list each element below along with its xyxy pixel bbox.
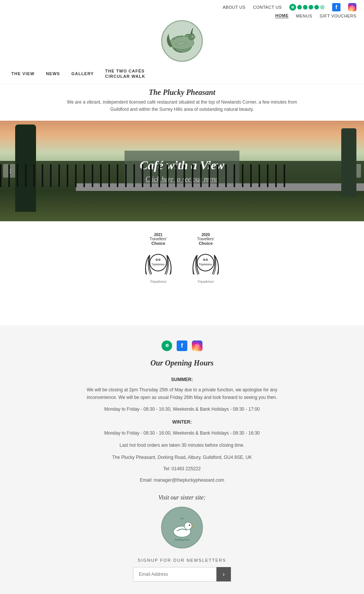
footer-facebook-link[interactable]: f — [177, 340, 187, 351]
svg-point-3 — [188, 34, 195, 40]
site-header: ABOUT US CONTACT US ✿ f ◎ HOME MENUS — [0, 0, 364, 84]
svg-point-12 — [197, 254, 214, 271]
nav-two-cafes[interactable]: THE TWO CAFÉS — [105, 68, 145, 74]
svg-text:✿✿: ✿✿ — [155, 258, 161, 262]
nav-the-view[interactable]: THE VIEW — [11, 71, 35, 76]
badge-2021-ta: Tripadvisor — [150, 280, 166, 284]
svg-point-18 — [189, 525, 190, 526]
badge-2021-emblem: ✿✿ TripAdvisor — [142, 247, 174, 280]
opening-hours-title: Our Opening Hours — [8, 359, 356, 367]
home-link[interactable]: HOME — [275, 13, 289, 18]
footer-instagram-link[interactable]: ◎ — [192, 340, 202, 351]
nav-news[interactable]: NEWS — [46, 71, 60, 76]
badge-2020-ta: Tripadvisor — [197, 280, 214, 284]
footer-social: ✿ f ◎ — [8, 340, 356, 351]
gift-vouchers-link[interactable]: GIFT VOUCHERS — [320, 14, 356, 18]
svg-point-9 — [150, 254, 166, 271]
logo-area: The Plucky Pheasant — [0, 18, 364, 64]
site-description: We are a vibrant, independent licensed c… — [59, 99, 305, 113]
footer: ✿ f ◎ Our Opening Hours SUMMER: We will … — [0, 325, 364, 594]
contact-us-link[interactable]: CONTACT US — [253, 5, 282, 9]
footer-email: Email: manager@thepluckypheasant.com — [8, 476, 356, 485]
menus-link[interactable]: MENUS — [296, 14, 312, 18]
footer-hours: SUMMER: We will be closing at 2pm Thursd… — [8, 375, 356, 485]
summer-notice: We will be closing at 2pm Thursday 25th … — [80, 386, 284, 402]
site-title: The Plucky Pheasant — [8, 88, 356, 97]
tripadvisor-rating: ✿ — [289, 4, 325, 11]
badge-2021-label1: Travellers' — [150, 237, 167, 241]
hero-photo: Café with a View Click here to see our m… — [0, 121, 364, 221]
newsletter-label: SIGNUP FOR OUR NEWSLETTERS — [8, 558, 356, 562]
summer-hours: Monday to Friday - 08:30 - 16:30, Weeken… — [8, 405, 356, 414]
svg-point-6 — [192, 36, 193, 37]
spacer — [0, 295, 364, 325]
newsletter-form: › — [8, 567, 356, 581]
svg-text:TripAdvisor: TripAdvisor — [199, 263, 212, 266]
badge-2020-label2: Choice — [199, 241, 213, 246]
top-right-nav: ABOUT US CONTACT US ✿ f ◎ HOME MENUS — [223, 3, 356, 18]
hero-trees-right — [341, 128, 356, 197]
badge-2021-year: 2021 — [154, 233, 162, 237]
badge-2020-year: 2020 — [201, 233, 210, 237]
svg-marker-4 — [195, 36, 196, 38]
star4 — [314, 5, 319, 9]
svg-text:TripAdvisor: TripAdvisor — [151, 263, 165, 266]
svg-point-17 — [184, 522, 192, 529]
footer-address: The Plucky Pheasant, Dorking Road, Albur… — [8, 453, 356, 462]
nav-cafes-group: THE TWO CAFÉS CIRCULAR WALK — [105, 68, 145, 79]
facebook-header-link[interactable]: f — [332, 3, 340, 11]
badges-section: 2021 Travellers' Choice ✿✿ TripAdvisor T… — [0, 221, 364, 295]
svg-text:Dabbling Duck: Dabbling Duck — [174, 538, 190, 541]
footer-facebook-icon: f — [177, 340, 187, 351]
badge-2021-label2: Choice — [151, 241, 165, 246]
instagram-header-link[interactable]: ◎ — [348, 3, 356, 11]
sister-site: Visit our sister site: — [8, 494, 356, 548]
about-us-link[interactable]: ABOUT US — [223, 5, 245, 9]
newsletter: SIGNUP FOR OUR NEWSLETTERS › — [8, 558, 356, 581]
badge-2021-svg: ✿✿ TripAdvisor — [142, 247, 174, 280]
footer-tel: Tel: 01483 225222 — [8, 464, 356, 473]
badge-2020-label1: Travellers' — [197, 237, 214, 241]
dabbling-duck-logo: Dabbling Duck The — [161, 507, 203, 548]
star5-half — [320, 5, 325, 9]
svg-text:✿✿: ✿✿ — [203, 258, 208, 262]
hero-fence — [0, 164, 288, 187]
footer-tripadvisor-link[interactable]: ✿ — [162, 340, 172, 351]
dabbling-duck-link[interactable]: Dabbling Duck The — [8, 507, 356, 548]
svg-text:The: The — [180, 517, 184, 519]
nav-gallery[interactable]: GALLERY — [71, 71, 94, 76]
badge-2020: 2020 Travellers' Choice ✿✿ TripAdvisor T… — [190, 233, 222, 284]
main-nav: THE VIEW NEWS GALLERY THE TWO CAFÉS CIRC… — [0, 64, 364, 84]
footer-instagram-icon: ◎ — [192, 340, 202, 351]
email-label: Email: manager@thepluckypheasant.com — [140, 477, 224, 483]
tripadvisor-icon: ✿ — [289, 4, 296, 11]
logo[interactable]: The Plucky Pheasant — [161, 20, 203, 62]
footer-top: ✿ f ◎ Our Opening Hours SUMMER: We will … — [0, 325, 364, 594]
nav-circular-walk[interactable]: CIRCULAR WALK — [105, 74, 145, 79]
newsletter-email-input[interactable] — [133, 567, 217, 581]
newsletter-submit-button[interactable]: › — [217, 567, 231, 581]
star3 — [309, 5, 313, 9]
site-title-area: The Plucky Pheasant We are a vibrant, in… — [0, 84, 364, 121]
footer-tripadvisor-icon: ✿ — [162, 340, 172, 351]
winter-hours: Monday to Friday - 08:30 - 16:00, Weeken… — [8, 429, 356, 438]
logo-svg: The Plucky Pheasant — [165, 24, 199, 58]
star1 — [297, 5, 302, 9]
badge-2020-svg: ✿✿ TripAdvisor — [190, 247, 222, 280]
star2 — [303, 5, 308, 9]
hot-food-notice: Last hot food orders are taken 30 minute… — [8, 441, 356, 450]
winter-label: WINTER: — [8, 418, 356, 427]
hero-slider: Café with a View Click here to see our m… — [0, 121, 364, 221]
sister-site-title: Visit our sister site: — [8, 494, 356, 501]
dabbling-duck-svg: Dabbling Duck The — [165, 510, 199, 545]
summer-label: SUMMER: — [8, 375, 356, 384]
badge-2020-emblem: ✿✿ TripAdvisor — [190, 247, 222, 280]
badge-2021: 2021 Travellers' Choice ✿✿ TripAdvisor T… — [142, 233, 174, 284]
